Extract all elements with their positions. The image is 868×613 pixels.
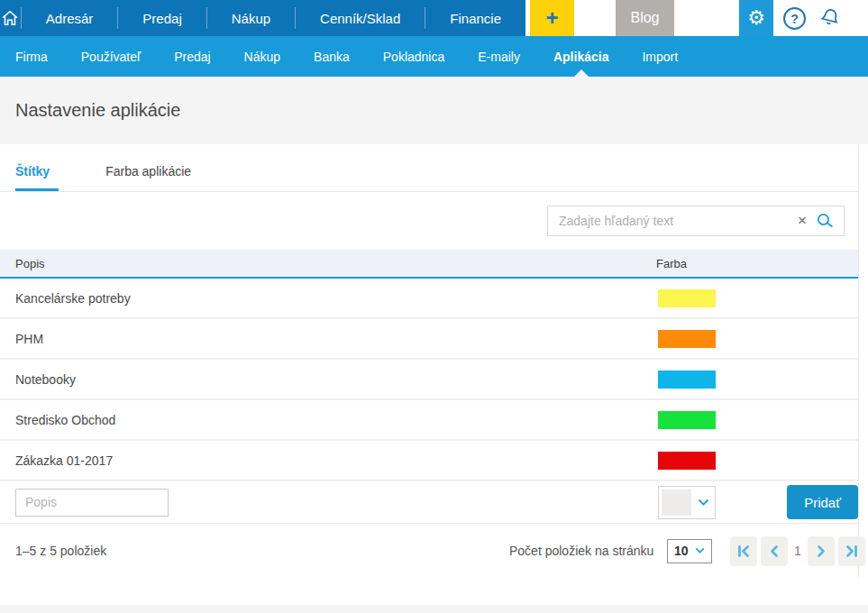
search-box: × (547, 206, 845, 236)
tag-label: Zákazka 01-2017 (0, 453, 113, 468)
table-row[interactable]: Zákazka 01-2017 (0, 441, 858, 481)
subnav-item-firma[interactable]: Firma (15, 36, 48, 77)
items-range-text: 1–5 z 5 položiek (0, 544, 106, 558)
active-tab-indicator (574, 69, 589, 77)
search-icon (816, 212, 835, 230)
add-tag-row: Pridať (0, 481, 858, 524)
table-row[interactable]: Stredisko Obchod (0, 400, 858, 441)
settings-sub-nav: Firma Používateľ Predaj Nákup Banka Pokl… (0, 36, 868, 77)
page-size-value: 10 (674, 544, 689, 558)
table-row[interactable]: Notebooky (0, 360, 858, 400)
topnav-item-cennik-sklad[interactable]: Cenník/Sklad (295, 7, 425, 29)
chevron-left-icon (767, 544, 781, 558)
column-header-farba: Farba (656, 257, 687, 270)
topnav-item-adresar[interactable]: Adresár (21, 7, 118, 29)
first-page-icon (736, 544, 751, 558)
tab-strip: Štítky Farba aplikácie (0, 144, 858, 192)
page-size-label: Počet položiek na stránku (509, 544, 653, 558)
color-swatch (658, 330, 716, 348)
next-page-button[interactable] (808, 536, 835, 566)
tag-label: Kancelárske potreby (0, 291, 131, 306)
chevron-down-icon (698, 499, 709, 507)
subnav-item-emaily[interactable]: E-maily (478, 36, 520, 77)
top-bar: Adresár Predaj Nákup Cenník/Sklad Financ… (0, 0, 868, 36)
topnav-item-predaj[interactable]: Predaj (117, 7, 206, 29)
gear-icon: ⚙ (747, 6, 765, 30)
settings-button[interactable]: ⚙ (739, 0, 773, 36)
blog-button[interactable]: Blog (616, 0, 674, 36)
topnav-item-financie[interactable]: Financie (425, 7, 525, 29)
table-footer: 1–5 z 5 položiek Počet položiek na strán… (0, 524, 858, 578)
tab-stitky[interactable]: Štítky (15, 164, 59, 191)
subnav-item-pokladnica[interactable]: Pokladnica (383, 36, 445, 77)
subnav-item-pouzivatel[interactable]: Používateľ (81, 36, 141, 77)
tab-farba-aplikacie[interactable]: Farba aplikácie (105, 164, 200, 191)
topnav-item-nakup[interactable]: Nákup (206, 7, 295, 29)
tag-label: PHM (0, 332, 43, 346)
title-bar: Nastavenie aplikácie (0, 77, 868, 144)
pagination: 1 (730, 536, 868, 566)
color-swatch (658, 371, 716, 389)
notifications-button[interactable] (817, 5, 844, 31)
last-page-icon (845, 544, 859, 558)
top-nav: Adresár Predaj Nákup Cenník/Sklad Financ… (0, 0, 525, 36)
subnav-item-banka[interactable]: Banka (314, 36, 350, 77)
help-button[interactable]: ? (783, 7, 806, 30)
new-tag-popis-input[interactable] (15, 489, 169, 517)
subnav-item-label: Aplikácia (553, 50, 608, 64)
search-button[interactable] (814, 212, 836, 230)
settings-card: Štítky Farba aplikácie × Popis Farba Kan… (0, 144, 859, 578)
color-swatch (658, 411, 716, 429)
color-swatch (658, 289, 716, 307)
chevron-down-icon (695, 547, 705, 554)
page-title: Nastavenie aplikácie (15, 100, 180, 121)
question-icon: ? (790, 12, 799, 26)
column-header-popis: Popis (0, 257, 45, 270)
add-tag-button[interactable]: Pridať (787, 485, 858, 519)
first-page-button[interactable] (730, 536, 757, 566)
home-button[interactable] (0, 0, 21, 36)
search-row: × (0, 192, 858, 250)
subnav-item-nakup[interactable]: Nákup (244, 36, 280, 77)
clear-search-button[interactable]: × (790, 212, 814, 230)
last-page-button[interactable] (838, 536, 865, 566)
table-row[interactable]: Kancelárske potreby (0, 279, 858, 319)
search-input[interactable] (559, 214, 790, 228)
subnav-item-predaj[interactable]: Predaj (174, 36, 210, 77)
previous-page-button[interactable] (761, 536, 788, 566)
subnav-item-aplikacia[interactable]: Aplikácia (553, 36, 608, 77)
tag-label: Stredisko Obchod (0, 413, 115, 427)
chevron-right-icon (814, 544, 828, 558)
page-size-select[interactable]: 10 (667, 539, 712, 563)
subnav-item-import[interactable]: Import (642, 36, 678, 77)
add-new-button[interactable]: + (530, 0, 574, 36)
color-swatch (658, 452, 716, 470)
tag-label: Notebooky (0, 372, 76, 387)
bell-icon (815, 3, 845, 32)
selected-color-swatch (662, 489, 691, 516)
bottom-strip (0, 605, 868, 613)
current-page-number: 1 (791, 544, 804, 558)
table-row[interactable]: PHM (0, 319, 858, 360)
home-icon (0, 8, 20, 28)
new-tag-color-select[interactable] (658, 486, 716, 519)
table-header: Popis Farba (0, 250, 858, 279)
